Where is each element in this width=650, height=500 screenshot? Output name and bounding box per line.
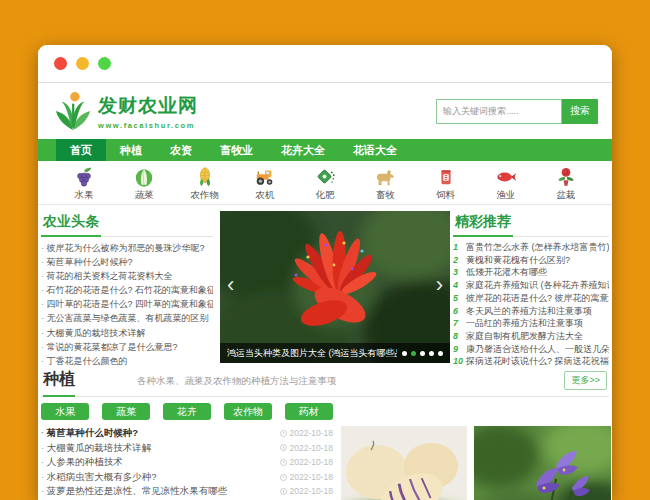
planting-subtitle: 各种水果、蔬菜及农作物的种植方法与注意事项: [137, 375, 337, 390]
carousel-dot[interactable]: [402, 351, 407, 356]
article-link[interactable]: 菊苣草种什么时候种?: [41, 426, 280, 441]
recommend-text: 康乃馨适合送给什么人、一般送几朵合...: [466, 343, 609, 356]
category-machinery[interactable]: 农机: [239, 166, 291, 202]
carousel-next-arrow[interactable]: ›: [436, 274, 443, 296]
image-carousel[interactable]: ‹ › 鸿运当头种类及图片大全 (鸿运当头有哪些品种图片): [220, 211, 450, 363]
recommend-link[interactable]: 8家庭自制有机肥发酵方法大全: [453, 330, 609, 343]
recommend-link[interactable]: 2黄槐和黄花槐有什么区别?: [453, 254, 609, 267]
nav-item-agri-supplies[interactable]: 农资: [156, 139, 206, 161]
clock-icon: [280, 430, 287, 437]
thumbnail-purple-flower[interactable]: [474, 426, 611, 500]
recommend-link[interactable]: 5彼岸花的花语是什么? 彼岸花的寓意和...: [453, 292, 609, 305]
nav-item-flower-language[interactable]: 花语大全: [339, 139, 411, 161]
recommend-text: 一品红的养殖方法和注意事项: [466, 317, 583, 330]
headline-link[interactable]: 大棚黄瓜的栽培技术详解: [41, 326, 213, 340]
article-date: 2022-10-18: [280, 470, 333, 485]
article-date: 2022-10-18: [280, 455, 333, 470]
recommend-link[interactable]: 7一品红的养殖方法和注意事项: [453, 317, 609, 330]
more-link[interactable]: 更多>>: [564, 371, 607, 390]
headlines-section: 农业头条 彼岸花为什么被称为邪恶的曼珠沙华呢? 菊苣草种什么时候种? 荷花的相关…: [41, 211, 213, 363]
headline-link[interactable]: 四叶草的花语是什么? 四叶草的寓意和象征: [41, 297, 213, 311]
rank-number: 5: [453, 292, 466, 305]
recommend-link[interactable]: 3低矮开花灌木有哪些: [453, 266, 609, 279]
thumbnail-pepino-fruit[interactable]: [341, 426, 467, 500]
rank-number: 8: [453, 330, 466, 343]
nav-item-livestock[interactable]: 畜牧业: [206, 139, 267, 161]
search-input[interactable]: [436, 99, 562, 124]
category-fruit[interactable]: 水果: [58, 166, 110, 202]
recommend-link[interactable]: 1富贵竹怎么水养 (怎样养水培富贵竹): [453, 241, 609, 254]
search-button[interactable]: 搜索: [562, 99, 598, 124]
recommend-link[interactable]: 6冬天风兰的养殖方法和注意事项: [453, 305, 609, 318]
nav-item-flowers[interactable]: 花卉大全: [267, 139, 339, 161]
category-feed[interactable]: 饲料: [420, 166, 472, 202]
rank-number: 7: [453, 317, 466, 330]
close-window-button[interactable]: [54, 57, 67, 70]
headline-link[interactable]: 常说的黄花菜都凉了是什么意思?: [41, 340, 213, 354]
carousel-prev-arrow[interactable]: ‹: [227, 274, 234, 296]
carousel-dots: [402, 351, 443, 356]
nav-item-home[interactable]: 首页: [56, 139, 106, 161]
clock-icon: [280, 459, 287, 466]
category-livestock[interactable]: 畜牧: [359, 166, 411, 202]
logo-plant-icon: [54, 90, 92, 132]
cabbage-icon: [133, 166, 155, 188]
carousel-dot[interactable]: [429, 351, 434, 356]
tab-fruit[interactable]: 水果: [41, 403, 89, 420]
webpage: 发财农业网 www.facaishur.com 搜索 首页 种植 农资 畜牧业 …: [38, 83, 612, 500]
tab-vegetable[interactable]: 蔬菜: [102, 403, 150, 420]
rank-number: 9: [453, 343, 466, 356]
category-label: 畜牧: [376, 189, 395, 202]
carousel-caption[interactable]: 鸿运当头种类及图片大全 (鸿运当头有哪些品种图片): [227, 347, 397, 360]
carousel-dot-active[interactable]: [411, 351, 416, 356]
clock-icon: [280, 474, 287, 481]
recommend-link[interactable]: 9康乃馨适合送给什么人、一般送几朵合...: [453, 343, 609, 356]
recommend-list: 1富贵竹怎么水养 (怎样养水培富贵竹) 2黄槐和黄花槐有什么区别? 3低矮开花灌…: [453, 241, 609, 368]
category-label: 渔业: [496, 189, 515, 202]
logo-text: 发财农业网 www.facaishur.com: [98, 93, 198, 130]
pepino-photo: [341, 426, 467, 500]
tab-crops[interactable]: 农作物: [224, 403, 272, 420]
category-fishery[interactable]: 渔业: [480, 166, 532, 202]
minimize-window-button[interactable]: [76, 57, 89, 70]
browser-window: 发财农业网 www.facaishur.com 搜索 首页 种植 农资 畜牧业 …: [38, 45, 612, 500]
category-vegetable[interactable]: 蔬菜: [118, 166, 170, 202]
category-label: 盆栽: [557, 189, 576, 202]
carousel-dot[interactable]: [438, 351, 443, 356]
nav-item-planting[interactable]: 种植: [106, 139, 156, 161]
article-link[interactable]: 水稻病虫害大概有多少种?: [41, 470, 280, 485]
category-potted[interactable]: 盆栽: [540, 166, 592, 202]
headline-link[interactable]: 无公害蔬菜与绿色蔬菜、有机蔬菜的区别: [41, 311, 213, 325]
category-crops[interactable]: 农作物: [179, 166, 231, 202]
clock-icon: [280, 444, 287, 451]
tab-herbs[interactable]: 药材: [285, 403, 333, 420]
main-nav: 首页 种植 农资 畜牧业 花卉大全 花语大全: [38, 139, 612, 161]
planting-section-header: 种植 各种水果、蔬菜及农作物的种植方法与注意事项 更多>>: [41, 367, 609, 397]
planting-tabs: 水果 蔬菜 花卉 农作物 药材: [41, 403, 609, 420]
headline-link[interactable]: 丁香花是什么颜色的: [41, 354, 213, 368]
category-label: 蔬菜: [135, 189, 154, 202]
tab-flower[interactable]: 花卉: [163, 403, 211, 420]
site-header: 发财农业网 www.facaishur.com 搜索: [38, 83, 612, 139]
headline-link[interactable]: 菊苣草种什么时候种?: [41, 255, 213, 269]
article-row: 人参果的种植技术 2022-10-18: [41, 455, 333, 470]
rank-number: 1: [453, 241, 466, 254]
article-link[interactable]: 人参果的种植技术: [41, 455, 280, 470]
headline-link[interactable]: 彼岸花为什么被称为邪恶的曼珠沙华呢?: [41, 241, 213, 255]
category-fertilizer[interactable]: 化肥: [299, 166, 351, 202]
carousel-dot[interactable]: [420, 351, 425, 356]
headlines-list: 彼岸花为什么被称为邪恶的曼珠沙华呢? 菊苣草种什么时候种? 荷花的相关资料之荷花…: [41, 241, 213, 368]
headlines-title: 农业头条: [41, 211, 213, 237]
article-link[interactable]: 大棚黄瓜的栽培技术详解: [41, 441, 280, 456]
maximize-window-button[interactable]: [98, 57, 111, 70]
planting-title: 种植: [43, 369, 75, 390]
recommend-link[interactable]: 4家庭花卉养殖知识 (各种花卉养殖知识): [453, 279, 609, 292]
headline-link[interactable]: 荷花的相关资料之荷花资料大全: [41, 269, 213, 283]
main-content: 农业头条 彼岸花为什么被称为邪恶的曼珠沙华呢? 菊苣草种什么时候种? 荷花的相关…: [38, 205, 612, 363]
headline-link[interactable]: 石竹花的花语是什么? 石竹花的寓意和象征: [41, 283, 213, 297]
date-text: 2022-10-18: [290, 426, 333, 441]
date-text: 2022-10-18: [290, 441, 333, 456]
date-text: 2022-10-18: [290, 470, 333, 485]
article-link[interactable]: 菠萝是热性还是凉性、常见凉性水果有哪些: [41, 484, 280, 499]
site-logo[interactable]: 发财农业网 www.facaishur.com: [54, 90, 198, 132]
